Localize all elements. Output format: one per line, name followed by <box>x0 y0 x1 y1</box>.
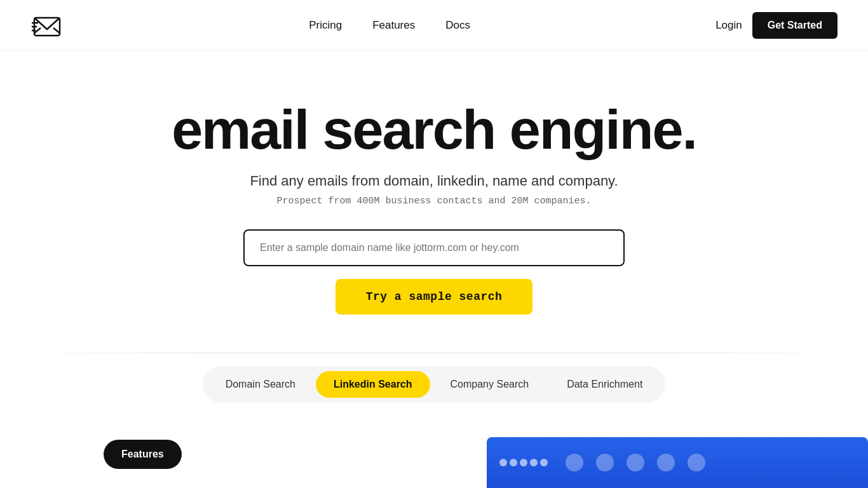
tab-company-search[interactable]: Company Search <box>433 371 547 398</box>
preview-dots <box>499 459 548 466</box>
tab-linkedin-search[interactable]: Linkedin Search <box>316 371 430 398</box>
tab-data-enrichment[interactable]: Data Enrichment <box>549 371 660 398</box>
nav-item-pricing[interactable]: Pricing <box>309 19 342 32</box>
nav-item-docs[interactable]: Docs <box>445 19 470 32</box>
preview-dot-3 <box>520 459 527 466</box>
nav-links: Pricing Features Docs <box>309 19 470 32</box>
features-badge[interactable]: Features <box>104 440 182 469</box>
preview-dot-5 <box>540 459 548 466</box>
hero-subtitle: Find any emails from domain, linkedin, n… <box>250 173 618 189</box>
preview-icons <box>566 454 705 471</box>
get-started-button[interactable]: Get Started <box>752 12 837 39</box>
preview-icon-3 <box>627 454 644 471</box>
domain-search-input[interactable] <box>243 229 625 266</box>
preview-dot-4 <box>530 459 538 466</box>
preview-icon-1 <box>566 454 583 471</box>
nav-link-features[interactable]: Features <box>372 19 415 31</box>
nav-link-pricing[interactable]: Pricing <box>309 19 342 31</box>
try-sample-search-button[interactable]: Try a sample search <box>336 279 533 315</box>
preview-icon-4 <box>657 454 675 471</box>
tab-domain-search[interactable]: Domain Search <box>208 371 313 398</box>
search-tabs: Domain Search Linkedin Search Company Se… <box>203 366 666 403</box>
nav-item-features[interactable]: Features <box>372 19 415 32</box>
nav-link-docs[interactable]: Docs <box>445 19 470 31</box>
preview-dot-2 <box>510 459 517 466</box>
hero-section: email search engine. Find any emails fro… <box>0 51 868 479</box>
login-link[interactable]: Login <box>715 19 742 32</box>
bottom-preview-bar <box>487 437 868 488</box>
logo[interactable] <box>31 9 64 42</box>
search-container <box>243 229 625 266</box>
preview-icon-5 <box>688 454 705 471</box>
nav-actions: Login Get Started <box>715 12 837 39</box>
preview-icon-2 <box>596 454 614 471</box>
section-divider <box>31 353 837 353</box>
hero-title: email search engine. <box>172 102 696 158</box>
svg-line-2 <box>53 28 60 33</box>
envelope-icon <box>31 9 64 42</box>
hero-sub2: Prospect from 400M business contacts and… <box>276 196 591 207</box>
navbar: Pricing Features Docs Login Get Started <box>0 0 868 51</box>
preview-dot-1 <box>499 459 507 466</box>
